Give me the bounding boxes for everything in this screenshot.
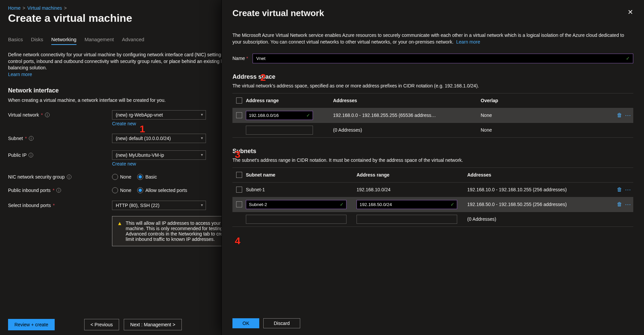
ports-label: Public inbound ports* i bbox=[8, 188, 112, 193]
close-icon[interactable]: ✕ bbox=[628, 8, 633, 16]
check-icon: ✓ bbox=[626, 56, 630, 61]
col-addresses: Addresses bbox=[333, 98, 481, 103]
col-subnet-range: Address range bbox=[357, 172, 467, 178]
address-row: ✓ 192.168.0.0 - 192.168.255.255 (65536 a… bbox=[232, 108, 633, 123]
panel-learn-more[interactable]: Learn more bbox=[456, 39, 480, 45]
select-ports-dropdown[interactable]: HTTP (80), SSH (22) bbox=[112, 201, 206, 210]
subnet-dropdown[interactable]: (new) default (10.0.0.0/24) bbox=[112, 134, 206, 143]
subnet-name-input[interactable] bbox=[246, 215, 346, 224]
breadcrumb-vms[interactable]: Virtual machines bbox=[28, 5, 62, 11]
col-overlap: Overlap bbox=[481, 98, 610, 103]
row-checkbox[interactable] bbox=[236, 201, 242, 207]
subnet-name: Subnet-1 bbox=[246, 187, 357, 192]
delete-icon[interactable]: 🗑 bbox=[617, 201, 622, 207]
check-icon: ✓ bbox=[450, 202, 454, 207]
info-icon[interactable]: i bbox=[67, 175, 71, 179]
panel-title: Create virtual network bbox=[232, 8, 324, 18]
vnet-name-label: Name * bbox=[232, 56, 253, 61]
row-checkbox[interactable] bbox=[236, 187, 242, 193]
info-icon[interactable]: i bbox=[45, 113, 50, 117]
publicip-create-new[interactable]: Create new bbox=[112, 161, 136, 166]
subnet-range-input[interactable] bbox=[357, 215, 457, 224]
review-create-button[interactable]: Review + create bbox=[8, 319, 55, 330]
vnet-create-new[interactable]: Create new bbox=[112, 121, 136, 126]
nsg-radio-basic[interactable]: Basic bbox=[137, 174, 157, 180]
select-all-checkbox[interactable] bbox=[236, 172, 242, 178]
info-icon[interactable]: i bbox=[29, 153, 33, 157]
vnet-label: Virtual network* i bbox=[8, 112, 112, 118]
breadcrumb-sep: > bbox=[22, 5, 25, 11]
overlap-value: None bbox=[481, 127, 610, 133]
subnets-sub: The subnet's address range in CIDR notat… bbox=[232, 157, 633, 163]
address-count: 192.168.0.0 - 192.168.255.255 (65536 add… bbox=[333, 113, 481, 118]
info-icon[interactable]: i bbox=[56, 188, 61, 193]
row-checkbox[interactable] bbox=[236, 112, 242, 118]
previous-button[interactable]: < Previous bbox=[84, 319, 119, 330]
col-subnet-addresses: Addresses bbox=[467, 172, 610, 178]
subnet-label: Subnet* i bbox=[8, 136, 112, 141]
more-icon[interactable]: ⋯ bbox=[625, 186, 631, 193]
vnet-name-input[interactable] bbox=[253, 54, 633, 63]
warning-icon: ▲ bbox=[117, 220, 122, 242]
ok-button[interactable]: OK bbox=[232, 318, 259, 328]
address-range-input[interactable] bbox=[246, 126, 313, 135]
address-row: (0 Addresses) None bbox=[232, 123, 633, 138]
check-icon: ✓ bbox=[306, 113, 310, 118]
subnet-name-input[interactable] bbox=[246, 200, 346, 209]
nsg-radio-none[interactable]: None bbox=[112, 174, 131, 180]
delete-icon[interactable]: 🗑 bbox=[617, 112, 622, 118]
col-subnet-name: Subnet name bbox=[246, 172, 357, 178]
subnet-range: 192.168.10.0/24 bbox=[357, 187, 467, 192]
address-space-heading: Address space bbox=[232, 73, 633, 80]
address-table: Address range Addresses Overlap ✓ 192.16… bbox=[232, 93, 633, 138]
next-button[interactable]: Next : Management > bbox=[124, 319, 181, 330]
create-vnet-panel: Create virtual network ✕ The Microsoft A… bbox=[221, 0, 644, 335]
breadcrumb-home[interactable]: Home bbox=[8, 5, 20, 11]
subnet-range-input[interactable] bbox=[357, 200, 457, 209]
publicip-label: Public IP i bbox=[8, 152, 112, 158]
subnets-heading: Subnets bbox=[232, 148, 633, 155]
address-space-sub: The virtual network's address space, spe… bbox=[232, 83, 633, 88]
more-icon[interactable]: ⋯ bbox=[625, 201, 631, 208]
tab-basics[interactable]: Basics bbox=[8, 37, 23, 45]
subnets-table: Subnet name Address range Addresses Subn… bbox=[232, 168, 633, 227]
subnet-addresses: 192.168.10.0 - 192.168.10.255 (256 addre… bbox=[467, 187, 610, 192]
breadcrumb-sep: > bbox=[64, 5, 67, 11]
panel-description: The Microsoft Azure Virtual Network serv… bbox=[232, 32, 633, 46]
subnet-row: Subnet-1 192.168.10.0/24 192.168.10.0 - … bbox=[232, 183, 633, 197]
subnet-addresses: (0 Addresses) bbox=[467, 216, 610, 222]
learn-more-link[interactable]: Learn more bbox=[8, 72, 32, 77]
select-all-checkbox[interactable] bbox=[236, 97, 242, 104]
networking-description: Define network connectivity for your vir… bbox=[8, 52, 250, 78]
subnet-row: (0 Addresses) bbox=[232, 212, 633, 227]
discard-button[interactable]: Discard bbox=[263, 318, 300, 328]
tab-disks[interactable]: Disks bbox=[31, 37, 43, 45]
address-count: (0 Addresses) bbox=[333, 127, 481, 133]
subnet-addresses: 192.168.50.0 - 192.168.50.255 (256 addre… bbox=[467, 202, 610, 207]
tab-management[interactable]: Management bbox=[85, 37, 114, 45]
publicip-dropdown[interactable]: (new) MyUbuntu-VM-ip bbox=[112, 150, 206, 160]
subnet-row: ✓ ✓ 192.168.50.0 - 192.168.50.255 (256 a… bbox=[232, 197, 633, 212]
tab-networking[interactable]: Networking bbox=[51, 37, 76, 45]
select-ports-label: Select inbound ports* bbox=[8, 203, 112, 208]
check-icon: ✓ bbox=[340, 202, 344, 207]
ports-radio-allow[interactable]: Allow selected ports bbox=[137, 187, 187, 193]
nsg-label: NIC network security group i bbox=[8, 174, 112, 180]
col-address-range: Address range bbox=[246, 98, 333, 103]
overlap-value: None bbox=[481, 113, 610, 118]
more-icon[interactable]: ⋯ bbox=[625, 112, 631, 119]
ports-radio-none[interactable]: None bbox=[112, 187, 131, 193]
tab-advanced[interactable]: Advanced bbox=[122, 37, 144, 45]
address-range-input[interactable] bbox=[246, 111, 313, 120]
info-icon[interactable]: i bbox=[29, 136, 34, 141]
vnet-dropdown[interactable]: (new) rg-WebApp-vnet bbox=[112, 110, 206, 120]
delete-icon[interactable]: 🗑 bbox=[617, 187, 622, 193]
